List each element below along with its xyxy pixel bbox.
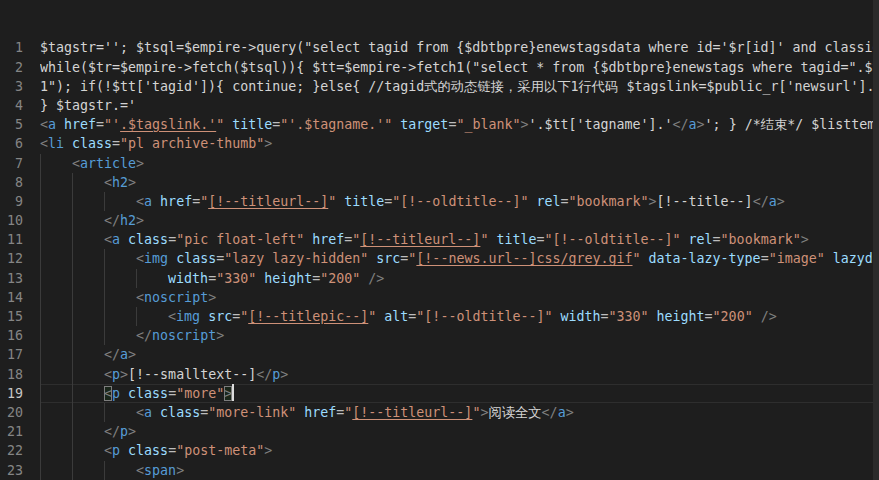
code-line[interactable]: 6<li class="pl archive-thumb"> <box>0 134 879 153</box>
indent-guide <box>40 269 41 288</box>
code-line[interactable]: 17 </a> <box>0 345 879 364</box>
code-editor[interactable]: 1$tagstr=''; $tsql=$empire->query("selec… <box>0 0 879 480</box>
code-token: > <box>649 194 657 209</box>
code-line-content[interactable]: <a href="[!--titleurl--]" title="[!--old… <box>40 192 879 211</box>
line-number[interactable]: 18 <box>0 365 23 384</box>
code-token: > <box>566 405 574 420</box>
line-number[interactable]: 1 <box>0 38 23 57</box>
line-number[interactable]: 19 <box>0 384 23 403</box>
code-token: > <box>176 463 184 478</box>
indent-guide <box>72 230 73 249</box>
code-line[interactable]: 5<a href="'.$tagslink.'" title="'.$tagna… <box>0 115 879 134</box>
indent-guide <box>72 403 73 422</box>
code-line[interactable]: 20 <a class="more-link" href="[!--titleu… <box>0 403 879 422</box>
code-line-content[interactable]: 1"); if(!$tt['tagid']){ continue; }else{… <box>40 77 879 96</box>
vertical-scrollbar[interactable] <box>873 0 879 480</box>
code-token: article <box>80 156 136 171</box>
code-line-content[interactable]: </h2> <box>40 211 879 230</box>
line-number[interactable]: 17 <box>0 345 23 364</box>
code-token: "pl archive-thumb" <box>120 136 264 151</box>
code-line[interactable]: 8 <h2> <box>0 173 879 192</box>
line-number[interactable]: 2 <box>0 58 23 77</box>
line-number[interactable]: 13 <box>0 269 23 288</box>
line-number[interactable]: 10 <box>0 211 23 230</box>
code-line[interactable]: 19 <p class="more"> <box>0 384 879 403</box>
code-token: .$tagslink.' <box>120 117 216 132</box>
code-line-content[interactable]: <noscript> <box>40 288 879 307</box>
text-cursor-icon <box>232 384 234 401</box>
code-token: </ <box>256 367 272 382</box>
code-line-content[interactable]: <img src="[!--titlepic--]" alt="[!--oldt… <box>40 307 879 326</box>
line-number[interactable]: 8 <box>0 173 23 192</box>
code-line-content[interactable]: <li class="pl archive-thumb"> <box>40 134 879 153</box>
code-line-content[interactable]: </noscript> <box>40 326 879 345</box>
code-token: "' <box>104 117 120 132</box>
code-token: < <box>136 405 144 420</box>
code-line[interactable]: 13 width="330" height="200" /> <box>0 269 879 288</box>
line-number[interactable]: 6 <box>0 134 23 153</box>
code-line[interactable]: 31"); if(!$tt['tagid']){ continue; }else… <box>0 77 879 96</box>
code-line[interactable]: 11 <a class="pic float-left" href="[!--t… <box>0 230 879 249</box>
code-line-content[interactable]: <a class="more-link" href="[!--titleurl-… <box>40 403 879 422</box>
code-token: a <box>112 232 120 247</box>
line-number[interactable]: 16 <box>0 326 23 345</box>
code-token: < <box>136 194 144 209</box>
code-token: p <box>120 424 128 439</box>
indent-guide <box>72 461 73 480</box>
code-line[interactable]: 10 </h2> <box>0 211 879 230</box>
code-line-content[interactable]: <h2> <box>40 173 879 192</box>
code-line[interactable]: 23 <span> <box>0 461 879 480</box>
code-line-content[interactable]: </p> <box>40 422 879 441</box>
code-line[interactable]: 21 </p> <box>0 422 879 441</box>
line-number[interactable]: 3 <box>0 77 23 96</box>
code-line-content[interactable]: } $tagstr.=' <box>40 96 879 115</box>
code-token: "_blank" <box>456 117 520 132</box>
code-token: "pic float-left" <box>176 232 304 247</box>
code-line-content[interactable]: $tagstr=''; $tsql=$empire->query("select… <box>40 38 879 57</box>
line-number[interactable]: 21 <box>0 422 23 441</box>
code-line[interactable]: 12 <img class="lazy lazy-hidden" src="[!… <box>0 249 879 268</box>
code-token: > <box>136 213 144 228</box>
code-line[interactable]: 22 <p class="post-meta"> <box>0 441 879 460</box>
line-number[interactable]: 12 <box>0 249 23 268</box>
code-line-content[interactable]: while($tr=$empire->fetch($tsql)){ $tt=$e… <box>40 58 879 77</box>
code-line[interactable]: 15 <img src="[!--titlepic--]" alt="[!--o… <box>0 307 879 326</box>
code-line[interactable]: 1$tagstr=''; $tsql=$empire->query("selec… <box>0 38 879 57</box>
code-line[interactable]: 4} $tagstr.=' <box>0 96 879 115</box>
code-line-content[interactable]: width="330" height="200" /> <box>40 269 879 288</box>
code-line[interactable]: 16 </noscript> <box>0 326 879 345</box>
line-number[interactable]: 4 <box>0 96 23 115</box>
code-line[interactable]: 9 <a href="[!--titleurl--]" title="[!--o… <box>0 192 879 211</box>
code-line[interactable]: 2while($tr=$empire->fetch($tsql)){ $tt=$… <box>0 58 879 77</box>
code-token: < <box>104 367 112 382</box>
code-line-content[interactable]: <a class="pic float-left" href="[!--titl… <box>40 230 879 249</box>
line-number[interactable]: 15 <box>0 307 23 326</box>
code-line-content[interactable]: </a> <box>40 345 879 364</box>
code-token: = <box>112 136 120 151</box>
code-token: > <box>128 175 136 190</box>
code-line-content[interactable]: <p class="post-meta"> <box>40 441 879 460</box>
code-line-content[interactable]: <p class="more"> <box>40 384 879 403</box>
code-line[interactable]: 7 <article> <box>0 154 879 173</box>
code-line-content[interactable]: <span> <box>40 461 879 480</box>
code-token: href <box>296 405 336 420</box>
code-line-content[interactable]: <article> <box>40 154 879 173</box>
code-lines-container: 1$tagstr=''; $tsql=$empire->query("selec… <box>0 38 879 480</box>
line-number[interactable]: 5 <box>0 115 23 134</box>
code-line-content[interactable]: <a href="'.$tagslink.'" title="'.$tagnam… <box>40 115 879 134</box>
line-number[interactable]: 11 <box>0 230 23 249</box>
code-line[interactable]: 18 <p>[!--smalltext--]</p> <box>0 365 879 384</box>
code-line-content[interactable]: <p>[!--smalltext--]</p> <box>40 365 879 384</box>
line-number[interactable]: 7 <box>0 154 23 173</box>
line-number[interactable]: 23 <box>0 461 23 480</box>
line-number[interactable]: 22 <box>0 441 23 460</box>
line-number[interactable]: 20 <box>0 403 23 422</box>
line-number[interactable]: 9 <box>0 192 23 211</box>
code-line-content[interactable]: <img class="lazy lazy-hidden" src="[!--n… <box>40 249 879 268</box>
indent-whitespace <box>40 251 136 266</box>
code-token: [!--titleurl--] <box>352 405 472 420</box>
code-line[interactable]: 14 <noscript> <box>0 288 879 307</box>
code-token: p <box>112 367 120 382</box>
line-number[interactable]: 14 <box>0 288 23 307</box>
code-token: '.$tt['tagname'].' <box>528 117 672 132</box>
